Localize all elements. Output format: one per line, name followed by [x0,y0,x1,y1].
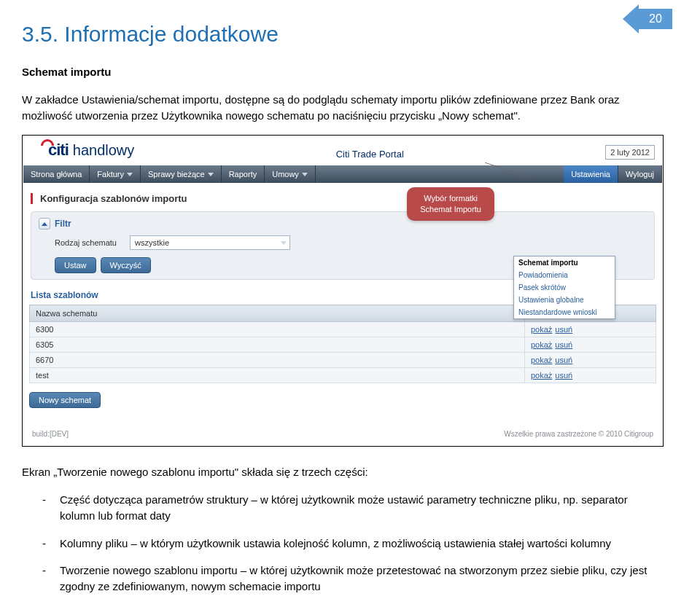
chevron-down-icon [281,241,287,245]
dash-icon: - [42,536,50,552]
action-show[interactable]: pokaż [531,356,552,364]
nav-contracts-label: Umowy [272,170,299,179]
intro-paragraph: W zakładce Ustawienia/schemat importu, d… [22,92,664,124]
dropdown-item-pasek[interactable]: Pasek skrótów [514,281,615,294]
nav-logout-label: Wyloguj [626,170,654,179]
citi-logo: citi handlowy [31,141,134,160]
settings-dropdown: Schemat importu Powiadomienia Pasek skró… [513,256,615,319]
new-schema-button[interactable]: Nowy schemat [29,392,101,408]
set-button[interactable]: Ustaw [55,257,96,273]
nav-current-label: Sprawy bieżące [148,170,205,179]
filter-select-schema-type[interactable]: wszystkie [130,235,290,250]
arrow-left-icon [623,4,639,34]
red-callout: Wybór formatki Schemat Importu [407,187,494,221]
nav-reports[interactable]: Raporty [222,165,265,183]
rights-label: Wszelkie prawa zastrzeżone © 2010 Citigr… [504,430,653,438]
dash-icon: - [42,563,50,595]
dropdown-item-wnioski[interactable]: Niestandardowe wnioski [514,306,615,318]
table-row: 6305 pokażusuń [30,337,656,353]
table-row: 6300 pokażusuń [30,322,656,337]
chevron-down-icon [208,173,214,176]
action-show[interactable]: pokaż [531,325,552,334]
nav-invoices[interactable]: Faktury [90,165,141,183]
nav-current[interactable]: Sprawy bieżące [141,165,222,183]
collapse-toggle[interactable] [39,218,50,230]
nav-reports-label: Raporty [229,170,257,179]
dropdown-item-globalne[interactable]: Ustawienia globalne [514,294,615,306]
filter-field-label: Rodzaj schematu [55,238,117,247]
action-show[interactable]: pokaż [531,371,552,380]
filter-select-value: wszystkie [135,238,169,247]
page-number: 20 [639,9,672,29]
action-delete[interactable]: usuń [555,356,572,364]
bullet-1: Część dotycząca parametrów struktury – w… [60,492,664,524]
clear-button[interactable]: Wyczyść [101,257,151,273]
chevron-down-icon [127,173,133,176]
logo-handlowy: handlowy [73,142,135,159]
table-row: 6670 pokażusuń [30,353,656,368]
action-delete[interactable]: usuń [555,340,572,349]
after-shot-para: Ekran „Tworzenie nowego szablonu importu… [22,464,664,480]
dropdown-item-powiadomienia[interactable]: Powiadomienia [514,269,615,281]
callout-line2: Schemat Importu [420,204,481,215]
build-label: build:[DEV] [32,430,69,438]
filter-title: Filtr [55,219,71,229]
shot-header: citi handlowy Citi Trade Portal 2 luty 2… [23,136,662,165]
nav-settings-label: Ustawienia [571,170,610,179]
nav-home[interactable]: Strona główna [23,165,90,183]
action-show[interactable]: pokaż [531,340,552,349]
screenshot-container: citi handlowy Citi Trade Portal 2 luty 2… [22,135,664,447]
bullet-2: Kolumny pliku – w którym użytkownik usta… [60,536,611,552]
dash-icon: - [42,492,50,524]
citi-arc-icon [41,139,54,146]
nav-logout[interactable]: Wyloguj [618,165,662,183]
dropdown-item-schemat[interactable]: Schemat importu [514,256,615,269]
bullet-list: -Część dotycząca parametrów struktury – … [42,492,664,595]
nav-home-label: Strona główna [31,170,82,179]
table-row: test pokażusuń [30,368,656,383]
action-delete[interactable]: usuń [555,325,572,334]
page-number-badge: 20 [623,4,674,34]
main-navbar: Strona główna Faktury Sprawy bieżące Rap… [23,165,662,183]
nav-invoices-label: Faktury [97,170,124,179]
footer-bar: build:[DEV] Wszelkie prawa zastrzeżone ©… [29,430,656,441]
bullet-3: Tworzenie nowego szablonu importu – w kt… [60,563,664,595]
section-config-title: Konfiguracja szablonów importu [40,193,187,204]
chevron-up-icon [42,222,47,226]
chevron-down-icon [302,173,308,176]
nav-contracts[interactable]: Umowy [265,165,316,183]
date-label: 2 luty 2012 [605,145,655,160]
subheading: Schemat importu [22,64,664,80]
col-name: Nazwa schematu [30,305,525,322]
nav-settings[interactable]: Ustawienia [564,165,618,183]
action-delete[interactable]: usuń [555,371,572,380]
portal-title: Citi Trade Portal [336,149,404,160]
heading-main: 3.5. Informacje dodatkowe [22,22,664,47]
callout-line1: Wybór formatki [420,193,481,204]
